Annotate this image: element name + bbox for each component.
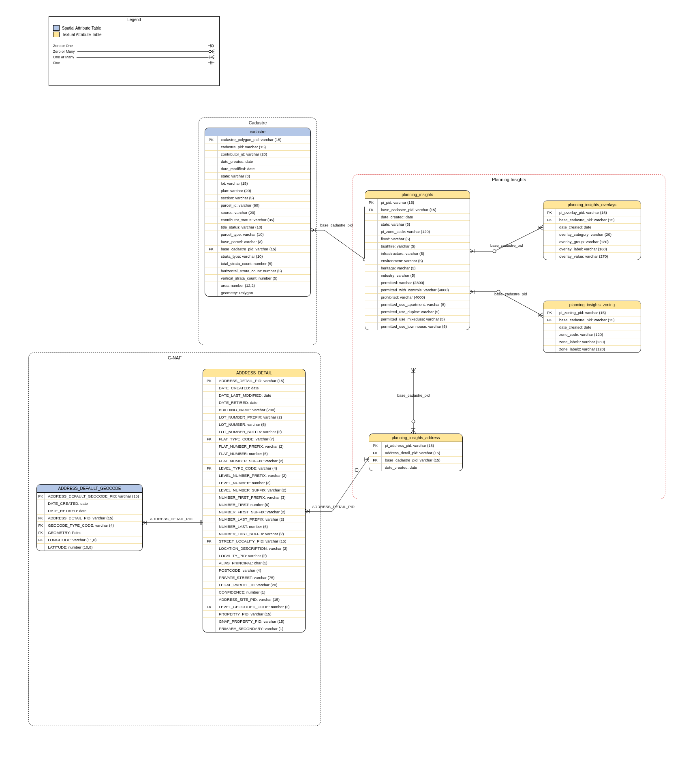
entity-key: FK: [369, 449, 382, 457]
entity-row: LEVEL_NUMBER_PREFIX: varchar (2): [203, 472, 305, 479]
entity-field: STREET_LOCALITY_PID: varchar (15): [216, 538, 306, 545]
entity-header: planning_insights_zoning: [543, 301, 641, 309]
entity-row: GNAF_PROPERTY_PID: varchar (15): [203, 618, 305, 625]
entity-key: [203, 457, 216, 465]
entity-field: date_created: date: [556, 324, 641, 331]
entity-field: ADDRESS_DETAIL_PID: varchar (15): [216, 377, 306, 385]
entity-row: LEVEL_NUMBER: number (3): [203, 479, 305, 487]
entity-row: LATITUDE: number (10,8): [37, 544, 142, 551]
entity-key: [369, 464, 382, 471]
entity-row: PKADDRESS_DEFAULT_GEOCODE_PID: varchar (…: [37, 493, 142, 500]
entity-field: pi_zoning_pid: varchar (15): [556, 309, 641, 316]
entity-field: flood: varchar (5): [378, 235, 470, 243]
entity-row: NUMBER_LAST_PREFIX: varchar (2): [203, 516, 305, 523]
entity-field: LEVEL_GEOCODED_CODE: number (2): [216, 603, 306, 611]
entity-row: parcel_type: varchar (10): [205, 231, 310, 238]
group-title-gnaf: G-NAF: [29, 355, 321, 360]
entity-field: base_cadastre_pid: varchar (15): [218, 246, 311, 253]
entity-key: [203, 596, 216, 603]
entity-key: [365, 214, 378, 221]
legend-crow-zero-many: Zero or Many: [53, 49, 75, 53]
entity-planning-insights: planning_insightsPKpi_pid: varchar (15)F…: [365, 190, 470, 330]
entity-field: FLAT_NUMBER_PREFIX: varchar (2): [216, 443, 306, 450]
entity-row: permitted_use_apartment: varchar (5): [365, 301, 470, 308]
entity-key: PK: [369, 442, 382, 449]
legend-swatch-textual: [53, 32, 60, 37]
entity-key: [205, 275, 218, 282]
entity-key: FK: [543, 216, 556, 224]
entity-key: FK: [37, 529, 45, 536]
entity-field: geometry: Polygon: [218, 289, 311, 297]
entity-key: [543, 324, 556, 331]
entity-row: permitted: varchar (2800): [365, 279, 470, 286]
svg-line-12: [211, 57, 214, 59]
entity-field: date_modified: date: [218, 165, 311, 173]
legend-crow-one: One: [53, 61, 60, 65]
entity-key: [365, 301, 378, 308]
entity-key: [203, 443, 216, 450]
entity-field: base_cadastre_pid: varchar (15): [556, 316, 641, 324]
entity-row: FKbase_cadastre_pid: varchar (15): [543, 316, 641, 324]
entity-field: overlay_value: varchar (270): [556, 253, 641, 260]
entity-row: FKGEOMETRY: Point: [37, 529, 142, 536]
entity-key: [365, 323, 378, 330]
entity-row: LOCATION_DESCRIPTION: varchar (2): [203, 545, 305, 552]
entity-field: contributor_id: varchar (20): [218, 151, 311, 158]
erd-canvas: Legend Spatial Attribute Table Textual A…: [0, 0, 697, 784]
entity-key: FK: [543, 316, 556, 324]
entity-field: strata_type: varchar (10): [218, 253, 311, 260]
entity-field: FLAT_NUMBER: number (5): [216, 450, 306, 457]
entity-row: FKADDRESS_DETAIL_PID: varchar (15): [37, 515, 142, 522]
entity-key: [203, 589, 216, 596]
entity-row: FKGEOCODE_TYPE_CODE: varchar (4): [37, 522, 142, 529]
entity-header: ADDRESS_DEFAULT_GEOCODE: [37, 485, 142, 493]
entity-row: strata_type: varchar (10): [205, 253, 310, 260]
entity-row: FLAT_NUMBER_PREFIX: varchar (2): [203, 443, 305, 450]
entity-row: title_status: varchar (10): [205, 224, 310, 231]
entity-row: FLAT_NUMBER_SUFFIX: varchar (2): [203, 457, 305, 465]
entity-field: date_created: date: [556, 224, 641, 231]
entity-field: DATE_RETIRED: date: [45, 507, 142, 515]
entity-field: LONGITUDE: varchar (11,8): [45, 536, 142, 544]
entity-field: state: varchar (3): [218, 173, 311, 180]
entity-key: FK: [203, 465, 216, 472]
entity-field: pi_overlay_pid: varchar (15): [556, 209, 641, 216]
entity-row: permitted_use_duplex: varchar (5): [365, 308, 470, 316]
rel-label-adp1: ADDRESS_DETAIL_PID: [150, 517, 192, 521]
entity-field: lot: varchar (15): [218, 180, 311, 187]
entity-row: POSTCODE: varchar (4): [203, 567, 305, 574]
entity-field: NUMBER_FIRST_PREFIX: varchar (3): [216, 494, 306, 501]
entity-field: GNAF_PROPERTY_PID: varchar (15): [216, 618, 306, 625]
entity-key: PK: [203, 377, 216, 385]
entity-row: LOT_NUMBER: varchar (5): [203, 421, 305, 428]
entity-header: planning_insights_address: [369, 434, 462, 442]
entity-row: base_parcel: varchar (3): [205, 238, 310, 246]
entity-key: FK: [205, 246, 218, 253]
entity-key: [203, 545, 216, 552]
entity-key: [203, 450, 216, 457]
entity-field: LEVEL_NUMBER: number (3): [216, 479, 306, 487]
entity-field: environment: varchar (5): [378, 257, 470, 265]
entity-row: BUILDING_NAME: varchar (200): [203, 406, 305, 414]
entity-key: [203, 516, 216, 523]
entity-key: [543, 253, 556, 260]
entity-key: [203, 581, 216, 589]
entity-key: FK: [365, 206, 378, 214]
entity-address-default-geocode: ADDRESS_DEFAULT_GEOCODEPKADDRESS_DEFAULT…: [36, 484, 143, 551]
entity-address-detail: ADDRESS_DETAILPKADDRESS_DETAIL_PID: varc…: [203, 369, 306, 632]
entity-row: permitted_use_townhouse: varchar (5): [365, 323, 470, 330]
entity-key: [205, 231, 218, 238]
entity-row: FKSTREET_LOCALITY_PID: varchar (15): [203, 538, 305, 545]
entity-row: FKbase_cadastre_pid: varchar (15): [365, 206, 470, 214]
entity-row: contributor_id: varchar (20): [205, 151, 310, 158]
entity-row: total_strata_count: number (5): [205, 260, 310, 267]
entity-field: FLAT_TYPE_CODE: varchar (7): [216, 436, 306, 443]
entity-row: PKpi_zoning_pid: varchar (15): [543, 309, 641, 316]
entity-row: NUMBER_FIRST_SUFFIX: varchar (2): [203, 508, 305, 516]
entity-planning-insights-address: planning_insights_addressPKpi_address_pi…: [369, 434, 463, 471]
legend-label-textual: Textual Attribute Table: [62, 32, 102, 37]
legend-box: Legend Spatial Attribute Table Textual A…: [49, 16, 220, 86]
entity-key: [543, 331, 556, 338]
entity-row: date_created: date: [205, 158, 310, 165]
entity-row: overlay_value: varchar (270): [543, 253, 641, 260]
